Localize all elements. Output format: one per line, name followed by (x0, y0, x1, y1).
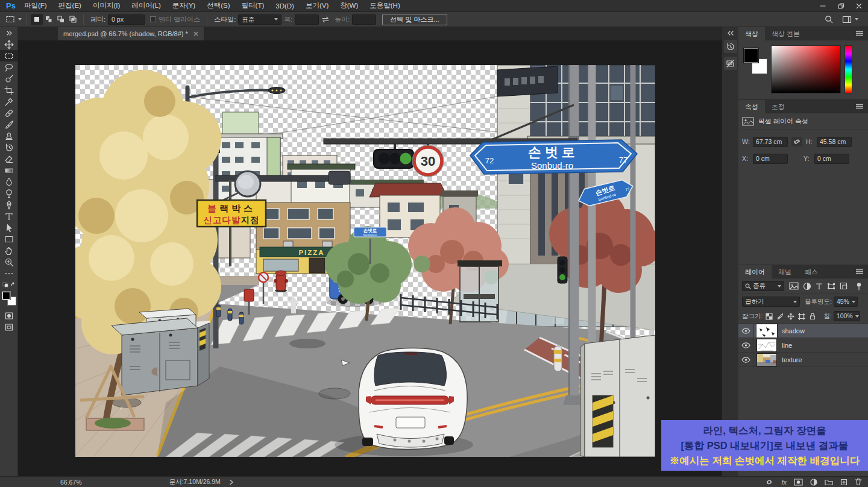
lasso-tool[interactable] (0, 61, 18, 73)
eyedropper-tool[interactable] (0, 96, 18, 107)
menu-filter[interactable]: 필터(T) (242, 1, 265, 10)
type-tool[interactable] (0, 210, 18, 222)
quick-mask-button[interactable] (0, 310, 18, 321)
height-input[interactable] (352, 14, 376, 25)
foreground-color-swatch[interactable] (743, 48, 759, 63)
filter-kind-dropdown[interactable]: 종류 (742, 281, 784, 291)
width-value[interactable]: 67.73 cm (753, 137, 788, 147)
crop-tool[interactable] (0, 84, 18, 96)
pen-tool[interactable] (0, 199, 18, 210)
rectangle-tool[interactable] (0, 233, 18, 245)
lock-artboard-icon[interactable] (798, 313, 805, 320)
menu-select[interactable]: 선택(S) (207, 1, 230, 10)
select-and-mask-button[interactable]: 선택 및 마스크... (382, 14, 447, 25)
layer-thumbnail[interactable] (756, 339, 777, 352)
workspace-switcher[interactable] (842, 15, 858, 24)
menu-file[interactable]: 파일(F) (24, 1, 47, 10)
clone-stamp-tool[interactable] (0, 130, 18, 142)
menu-window[interactable]: 창(W) (340, 1, 358, 10)
style-dropdown[interactable]: 표준 (238, 14, 281, 25)
visibility-toggle[interactable] (738, 324, 754, 338)
tab-close-icon[interactable] (193, 31, 198, 36)
rectangular-marquee-tool[interactable] (0, 50, 18, 61)
panel-menu-icon[interactable] (855, 269, 864, 274)
history-panel-icon[interactable] (724, 40, 737, 53)
menu-3d[interactable]: 3D(D) (275, 2, 294, 10)
menu-type[interactable]: 문자(Y) (172, 1, 195, 10)
path-selection-tool[interactable] (0, 222, 18, 233)
lock-pixels-icon[interactable] (776, 313, 784, 320)
menu-view[interactable]: 보기(V) (306, 1, 329, 10)
search-icon[interactable] (824, 14, 834, 24)
layer-thumbnail[interactable] (756, 353, 777, 366)
filter-image-icon[interactable] (789, 282, 799, 290)
layer-mask-icon[interactable] (794, 479, 803, 486)
toolbar-expand-icon[interactable] (0, 27, 18, 39)
layer-row-line[interactable]: line (738, 338, 868, 353)
new-selection-button[interactable] (31, 14, 43, 25)
visibility-toggle[interactable] (738, 353, 754, 367)
menu-image[interactable]: 이미지(I) (93, 1, 120, 10)
swap-dimensions-icon[interactable] (321, 16, 330, 24)
visibility-toggle[interactable] (738, 338, 754, 353)
eraser-tool[interactable] (0, 153, 18, 165)
zoom-tool[interactable] (0, 256, 18, 268)
default-swap-colors-icon[interactable] (2, 281, 16, 287)
spot-healing-brush-tool[interactable] (0, 107, 18, 119)
color-panel-swatches[interactable] (741, 45, 766, 79)
delete-layer-icon[interactable] (855, 478, 862, 486)
layer-thumbnail[interactable] (756, 324, 777, 338)
subtract-from-selection-button[interactable] (55, 14, 67, 25)
lock-all-icon[interactable] (809, 312, 816, 320)
link-layers-icon[interactable] (764, 479, 774, 485)
filter-shape-icon[interactable] (827, 283, 835, 290)
menu-help[interactable]: 도움말(H) (370, 1, 400, 10)
libraries-panel-icon[interactable] (724, 57, 737, 70)
tab-color[interactable]: 색상 (738, 27, 765, 40)
restore-button[interactable] (832, 0, 850, 12)
adjustment-layer-icon[interactable] (810, 479, 817, 486)
foreground-background-colors[interactable] (2, 291, 16, 306)
opacity-input[interactable]: 45% (834, 297, 858, 307)
dodge-tool[interactable] (0, 187, 18, 199)
new-layer-icon[interactable] (840, 479, 848, 486)
lock-position-icon[interactable] (787, 313, 794, 320)
panel-menu-icon[interactable] (855, 104, 864, 109)
x-value[interactable]: 0 cm (753, 154, 788, 164)
filter-adjustment-icon[interactable] (803, 282, 811, 291)
add-to-selection-button[interactable] (43, 14, 55, 25)
width-input[interactable] (295, 14, 319, 25)
fill-input[interactable]: 100% (834, 311, 860, 321)
menu-layer[interactable]: 레이어(L) (131, 1, 161, 10)
minimize-button[interactable] (814, 0, 832, 12)
feather-input[interactable]: 0 px (108, 14, 145, 25)
intersect-selection-button[interactable] (67, 14, 79, 25)
tab-properties[interactable]: 속성 (738, 100, 765, 113)
canvas[interactable]: PIZZA (75, 65, 655, 457)
tool-preset-picker[interactable] (5, 14, 22, 24)
edit-toolbar-icon[interactable] (0, 268, 18, 279)
tab-layers[interactable]: 레이어 (738, 265, 772, 278)
filter-type-icon[interactable] (816, 283, 823, 290)
hue-slider[interactable] (844, 45, 852, 93)
brush-tool[interactable] (0, 119, 18, 130)
tab-channels[interactable]: 채널 (772, 265, 798, 278)
antialias-checkbox[interactable] (150, 16, 156, 22)
blur-tool[interactable] (0, 176, 18, 187)
close-button[interactable] (850, 0, 868, 12)
filter-pin-icon[interactable] (856, 282, 862, 291)
canvas-artwork[interactable]: PIZZA (75, 65, 655, 457)
move-tool[interactable] (0, 39, 18, 50)
layer-effects-icon[interactable]: fx (781, 479, 787, 486)
y-value[interactable]: 0 cm (814, 154, 849, 164)
link-dimensions-icon[interactable] (791, 137, 802, 146)
gradient-tool[interactable] (0, 165, 18, 176)
tab-adjustments[interactable]: 조정 (765, 100, 791, 113)
height-value[interactable]: 45.58 cm (817, 137, 852, 147)
panel-menu-icon[interactable] (855, 31, 864, 36)
menu-edit[interactable]: 편집(E) (58, 1, 81, 10)
layer-row-texture[interactable]: texture (738, 353, 868, 367)
quick-selection-tool[interactable] (0, 73, 18, 84)
zoom-level-field[interactable]: 66.67% (60, 479, 82, 486)
blend-mode-dropdown[interactable]: 곱하기 (742, 297, 800, 307)
